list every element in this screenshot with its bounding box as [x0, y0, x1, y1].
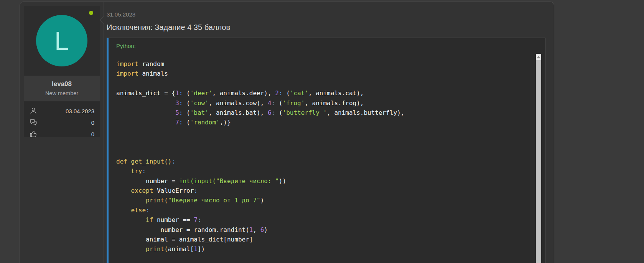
stat-row-likes: 0	[29, 128, 94, 140]
forum-post-card: L leva08 New member 03.04.2023 0	[20, 2, 554, 263]
code-line: print(animal[1])	[116, 244, 541, 254]
code-line: number = random.randint(1, 6)	[116, 225, 541, 235]
code-line: number = int(input("Введите число: "))	[116, 176, 541, 186]
code-line: except ValueError:	[116, 186, 541, 195]
code-line: animal = animals_dict[number]	[116, 235, 541, 244]
code-line: print("Введите число от 1 до 7")	[116, 195, 541, 205]
avatar-box: L	[24, 6, 100, 76]
avatar-letter: L	[54, 28, 69, 54]
messages-count-value: 0	[91, 119, 94, 126]
avatar[interactable]: L	[36, 15, 87, 66]
code-line: 3: ('cow', animals.cow), 4: ('frog', ani…	[116, 98, 541, 108]
code-scrollbar[interactable]	[536, 54, 541, 263]
scrollbar-thumb[interactable]	[536, 60, 541, 263]
code-line: animals_dict = {1: ('deer', animals.deer…	[116, 88, 541, 98]
code-line: import animals	[116, 69, 541, 78]
online-indicator-dot	[89, 11, 93, 15]
joined-date-value: 03.04.2023	[66, 108, 94, 114]
user-icon	[29, 107, 38, 115]
code-content: import randomimport animalsanimals_dict …	[116, 54, 541, 254]
user-cell: L leva08 New member 03.04.2023 0	[20, 2, 104, 263]
code-line	[116, 147, 541, 157]
code-line: else:	[116, 205, 541, 215]
post-title: Исключения: Задание 4 35 баллов	[107, 23, 545, 32]
post-date[interactable]: 31.05.2023	[107, 11, 135, 18]
code-line: def get_input():	[116, 157, 541, 166]
code-scroll-area[interactable]: import randomimport animalsanimals_dict …	[116, 54, 541, 263]
likes-count-value: 0	[91, 131, 94, 137]
code-line: 7: ('random',)}	[116, 117, 541, 127]
code-line	[116, 79, 541, 88]
code-line	[116, 127, 541, 137]
user-stats: 03.04.2023 0 0	[24, 101, 100, 137]
scrollbar-up-button[interactable]	[536, 54, 541, 60]
post-content-cell: 31.05.2023 Исключения: Задание 4 35 балл…	[104, 2, 554, 263]
code-line: if number == 7:	[116, 215, 541, 225]
code-line: try:	[116, 166, 541, 176]
stat-row-joined: 03.04.2023	[29, 105, 94, 117]
user-role-label: New member	[26, 90, 97, 96]
username-link[interactable]: leva08	[26, 80, 97, 88]
code-line: import random	[116, 59, 541, 69]
code-line: 5: ('bat', animals.bat), 6: ('butterfly …	[116, 108, 541, 117]
messages-icon	[29, 118, 38, 127]
user-meta: leva08 New member	[24, 76, 100, 101]
code-language-label: Python:	[116, 43, 545, 49]
code-line	[116, 137, 541, 147]
stat-row-messages: 0	[29, 117, 94, 128]
code-block: Python: import randomimport animalsanima…	[107, 38, 545, 263]
likes-icon	[29, 130, 38, 138]
